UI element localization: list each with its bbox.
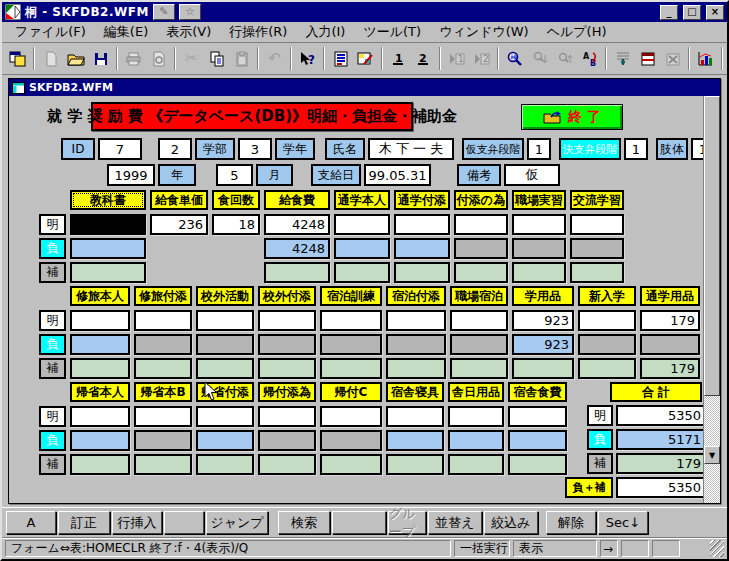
column-header[interactable]: 校外活動 bbox=[196, 286, 254, 306]
sort-ab-icon[interactable]: AB bbox=[577, 46, 602, 71]
table-cell[interactable] bbox=[450, 358, 508, 379]
column-header[interactable]: 宿舎寝具 bbox=[386, 382, 444, 402]
table-cell[interactable] bbox=[70, 406, 130, 427]
column-header[interactable]: 帰付C bbox=[320, 382, 382, 402]
blank-button[interactable] bbox=[332, 511, 386, 534]
new-document-icon[interactable] bbox=[38, 46, 63, 71]
table-cell[interactable] bbox=[570, 214, 624, 235]
table-cell[interactable] bbox=[134, 454, 192, 475]
table-cell[interactable] bbox=[196, 310, 254, 331]
table-cell[interactable] bbox=[386, 334, 446, 355]
column-header[interactable]: 通学用品 bbox=[640, 286, 700, 306]
column-header[interactable]: 交流学習 bbox=[570, 190, 624, 210]
star-icon[interactable]: ☆ bbox=[179, 4, 201, 20]
search-prev-icon[interactable] bbox=[552, 46, 577, 71]
table-cell[interactable] bbox=[578, 334, 636, 355]
id-field[interactable]: 7 bbox=[98, 138, 142, 160]
scroll-down-icon[interactable]: ▼ bbox=[704, 446, 720, 464]
table-cell[interactable] bbox=[394, 214, 450, 235]
table-cell[interactable] bbox=[258, 310, 316, 331]
column-header[interactable]: 職場実習 bbox=[512, 190, 566, 210]
totals-value[interactable]: 5171 bbox=[616, 429, 706, 450]
column-header[interactable]: 舎日用品 bbox=[448, 382, 504, 402]
table-cell[interactable] bbox=[386, 430, 444, 451]
table-cell[interactable]: 179 bbox=[640, 358, 700, 379]
table-cell[interactable] bbox=[640, 334, 700, 355]
table-cell[interactable] bbox=[196, 334, 254, 355]
table-cell[interactable] bbox=[454, 214, 508, 235]
table-cell[interactable] bbox=[70, 358, 130, 379]
menu-tools[interactable]: ツール(T) bbox=[354, 22, 430, 42]
table-cell[interactable] bbox=[320, 430, 382, 451]
search-next-icon[interactable] bbox=[527, 46, 552, 71]
print-icon[interactable] bbox=[121, 46, 146, 71]
table-cell[interactable]: 4248 bbox=[264, 238, 330, 259]
table-cell[interactable] bbox=[196, 358, 254, 379]
goto-2-icon[interactable]: 2 bbox=[469, 46, 494, 71]
column-header[interactable]: 通学付添 bbox=[394, 190, 450, 210]
search-button[interactable]: 検索 bbox=[278, 511, 330, 534]
table-cell[interactable] bbox=[134, 406, 192, 427]
table-cell[interactable] bbox=[394, 238, 450, 259]
menu-file[interactable]: ファイル(F) bbox=[6, 22, 95, 42]
maximize-button[interactable]: □ bbox=[683, 5, 701, 20]
copy-icon[interactable] bbox=[204, 46, 229, 71]
open-folder-icon[interactable] bbox=[63, 46, 88, 71]
table-cell[interactable] bbox=[508, 454, 567, 475]
table-cell[interactable] bbox=[70, 262, 146, 283]
table-cell[interactable]: 923 bbox=[512, 334, 574, 355]
menu-row-ops[interactable]: 行操作(R) bbox=[220, 22, 296, 42]
search-icon[interactable]: 検 bbox=[502, 46, 527, 71]
table-cell[interactable] bbox=[454, 262, 508, 283]
table-cell[interactable] bbox=[320, 334, 382, 355]
table-cell[interactable] bbox=[570, 262, 624, 283]
table-cell[interactable] bbox=[320, 406, 382, 427]
minimize-button[interactable]: _ bbox=[660, 5, 678, 20]
menu-input[interactable]: 入力(I) bbox=[296, 22, 354, 42]
column-header[interactable]: 付添の為 bbox=[454, 190, 508, 210]
table-cell[interactable]: 4248 bbox=[264, 214, 330, 235]
table-cell[interactable] bbox=[196, 430, 254, 451]
table-cell[interactable] bbox=[258, 334, 316, 355]
table-cell[interactable]: 923 bbox=[512, 310, 574, 331]
table-cell[interactable]: 179 bbox=[640, 310, 700, 331]
table-cell[interactable] bbox=[258, 406, 316, 427]
close-button[interactable]: × bbox=[706, 5, 724, 20]
scrollbar-thumb[interactable] bbox=[704, 96, 720, 396]
table-cell[interactable] bbox=[258, 454, 316, 475]
table-cell[interactable] bbox=[450, 334, 508, 355]
name-field[interactable]: 木 下 一 夫 bbox=[368, 138, 454, 160]
chart-icon[interactable] bbox=[693, 46, 718, 71]
table-cell[interactable] bbox=[134, 310, 192, 331]
column-header[interactable]: 宿泊付添 bbox=[386, 286, 446, 306]
undo-icon[interactable]: ↶ bbox=[262, 46, 287, 71]
table-cell[interactable] bbox=[258, 358, 316, 379]
table-cell[interactable] bbox=[450, 310, 508, 331]
table-cell[interactable] bbox=[264, 262, 330, 283]
totals-value[interactable]: 5350 bbox=[616, 405, 706, 426]
final-stage-field[interactable]: 1 bbox=[624, 138, 648, 160]
table-cell[interactable] bbox=[570, 238, 624, 259]
table-cell[interactable] bbox=[448, 406, 504, 427]
column-header[interactable]: 給食費 bbox=[264, 190, 330, 210]
table-cell[interactable] bbox=[196, 406, 254, 427]
release-button[interactable]: 解除 bbox=[546, 511, 596, 534]
table-cell[interactable] bbox=[70, 334, 130, 355]
menu-edit[interactable]: 編集(E) bbox=[95, 22, 157, 42]
table-cell[interactable] bbox=[508, 430, 567, 451]
exit-button[interactable]: 終 了 bbox=[521, 104, 623, 130]
print-preview-icon[interactable] bbox=[146, 46, 171, 71]
provisional-stage-field[interactable]: 1 bbox=[527, 138, 551, 160]
table-cell[interactable] bbox=[334, 238, 390, 259]
table-cell[interactable] bbox=[386, 310, 446, 331]
column-header[interactable]: 修旅本人 bbox=[70, 286, 130, 306]
table-cell[interactable] bbox=[512, 214, 566, 235]
column-header[interactable]: 校外付添 bbox=[258, 286, 316, 306]
column-header[interactable]: 帰省本人 bbox=[70, 382, 130, 402]
help-pointer-icon[interactable]: ? bbox=[295, 46, 320, 71]
table-cell[interactable] bbox=[386, 406, 444, 427]
table-cell[interactable] bbox=[454, 238, 508, 259]
table-cell[interactable] bbox=[134, 334, 192, 355]
filter-button[interactable]: 絞込み bbox=[484, 511, 538, 534]
column-header[interactable]: 学用品 bbox=[512, 286, 574, 306]
